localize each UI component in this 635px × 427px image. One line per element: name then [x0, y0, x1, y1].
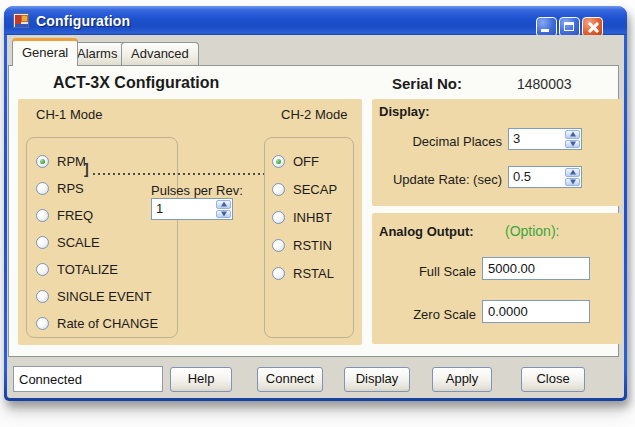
ch2-mode-label: CH-2 Mode — [281, 107, 347, 122]
radio-selected-icon — [272, 155, 285, 168]
decimal-places-spin-down[interactable] — [565, 140, 580, 149]
ch1-radio-freq-label: FREQ — [57, 208, 93, 223]
close-window-button[interactable] — [582, 17, 603, 37]
radio-icon — [36, 209, 49, 222]
pulses-per-rev-spin-up[interactable] — [216, 200, 231, 209]
zero-scale-input[interactable] — [482, 300, 590, 323]
pulses-per-rev-label: Pulses per Rev: — [151, 183, 243, 198]
radio-icon — [36, 182, 49, 195]
decimal-places-value[interactable]: 3 — [509, 129, 565, 149]
radio-selected-icon — [36, 155, 49, 168]
pulses-per-rev-value[interactable]: 1 — [152, 199, 216, 219]
ch2-radio-off[interactable]: OFF — [272, 154, 319, 169]
apply-button[interactable]: Apply — [432, 367, 492, 392]
analog-option-label: (Option): — [505, 223, 559, 239]
full-scale-label: Full Scale — [396, 264, 476, 279]
ch1-radio-scale-label: SCALE — [57, 235, 100, 250]
chevron-up-icon — [221, 202, 227, 207]
close-icon — [583, 18, 602, 36]
full-scale-input[interactable] — [482, 257, 590, 280]
decimal-places-label: Decimal Places — [398, 134, 502, 149]
update-rate-spin-buttons — [565, 167, 581, 187]
chevron-down-icon — [221, 211, 227, 216]
ch2-radio-rstin[interactable]: RSTIN — [272, 238, 332, 253]
zero-scale-label: Zero Scale — [396, 307, 476, 322]
pulses-per-rev-spin-down[interactable] — [216, 210, 231, 219]
update-rate-spin-down[interactable] — [565, 178, 580, 187]
radio-icon — [36, 263, 49, 276]
maximize-button[interactable] — [559, 17, 580, 37]
app-icon-amber-block — [21, 15, 28, 22]
window-title: Configuration — [36, 13, 130, 29]
pulses-per-rev-spin-buttons — [216, 199, 232, 219]
decimal-places-spin-up[interactable] — [565, 130, 580, 139]
ch1-radio-rate-of-change-label: Rate of CHANGE — [57, 316, 158, 331]
chevron-down-icon — [570, 141, 576, 146]
pulses-per-rev-stepper: 1 — [151, 198, 233, 220]
chevron-up-icon — [570, 170, 576, 175]
ch2-radio-off-label: OFF — [293, 154, 319, 169]
ch1-radio-totalize[interactable]: TOTALIZE — [36, 262, 118, 277]
tab-advanced[interactable]: Advanced — [121, 42, 199, 66]
decimal-places-stepper: 3 — [508, 128, 582, 150]
ch2-radio-rstin-label: RSTIN — [293, 238, 332, 253]
ch1-radio-rps-label: RPS — [57, 181, 84, 196]
app-icon-blue-block — [15, 24, 28, 27]
ch2-radio-inhbt-label: INHBT — [293, 210, 332, 225]
ch1-radio-rpm-label: RPM — [57, 154, 86, 169]
page-title: ACT-3X Configuration — [53, 74, 219, 92]
screenshot-stage: Configuration General Alarms Advanced AC… — [0, 0, 635, 427]
update-rate-stepper: 0.5 — [508, 166, 582, 188]
ch2-radio-rstal-label: RSTAL — [293, 266, 334, 281]
ch1-radio-totalize-label: TOTALIZE — [57, 262, 118, 277]
pulses-link-dotted-line — [93, 173, 264, 175]
ch2-radio-secap-label: SECAP — [293, 182, 337, 197]
ch2-radio-rstal[interactable]: RSTAL — [272, 266, 334, 281]
app-icon — [13, 13, 29, 28]
ch1-radio-single-event-label: SINGLE EVENT — [57, 289, 152, 304]
close-button[interactable]: Close — [521, 367, 585, 392]
ch1-radio-rps[interactable]: RPS — [36, 181, 84, 196]
radio-icon — [36, 317, 49, 330]
ch1-radio-single-event[interactable]: SINGLE EVENT — [36, 289, 152, 304]
maximize-icon — [564, 22, 574, 31]
help-button[interactable]: Help — [170, 367, 232, 392]
radio-icon — [272, 183, 285, 196]
decimal-places-spin-buttons — [565, 129, 581, 149]
chevron-up-icon — [570, 132, 576, 137]
minimize-icon — [541, 29, 549, 32]
ch2-radio-inhbt[interactable]: INHBT — [272, 210, 332, 225]
update-rate-value[interactable]: 0.5 — [509, 167, 565, 187]
chevron-down-icon — [570, 179, 576, 184]
update-rate-label: Update Rate: (sec) — [383, 172, 502, 187]
title-bar[interactable]: Configuration — [4, 6, 627, 35]
ch1-radio-rpm[interactable]: RPM — [36, 154, 86, 169]
radio-icon — [272, 239, 285, 252]
ch1-radio-rate-of-change[interactable]: Rate of CHANGE — [36, 316, 158, 331]
radio-icon — [36, 236, 49, 249]
display-button[interactable]: Display — [344, 367, 410, 392]
update-rate-spin-up[interactable] — [565, 168, 580, 177]
minimize-button[interactable] — [536, 17, 557, 37]
pulses-link-bracket: ] — [84, 161, 89, 177]
serial-no-label: Serial No: — [392, 75, 462, 92]
analog-output-label: Analog Output: — [379, 224, 474, 239]
ch1-radio-freq[interactable]: FREQ — [36, 208, 93, 223]
ch1-mode-label: CH-1 Mode — [36, 107, 102, 122]
serial-no-value: 1480003 — [517, 76, 572, 92]
radio-icon — [36, 290, 49, 303]
display-section-label: Display: — [379, 104, 430, 119]
ch2-radio-secap[interactable]: SECAP — [272, 182, 337, 197]
tab-general[interactable]: General — [12, 38, 78, 66]
radio-icon — [272, 211, 285, 224]
connection-status-field[interactable] — [13, 366, 163, 392]
connect-button[interactable]: Connect — [257, 367, 323, 392]
ch1-radio-scale[interactable]: SCALE — [36, 235, 100, 250]
radio-icon — [272, 267, 285, 280]
